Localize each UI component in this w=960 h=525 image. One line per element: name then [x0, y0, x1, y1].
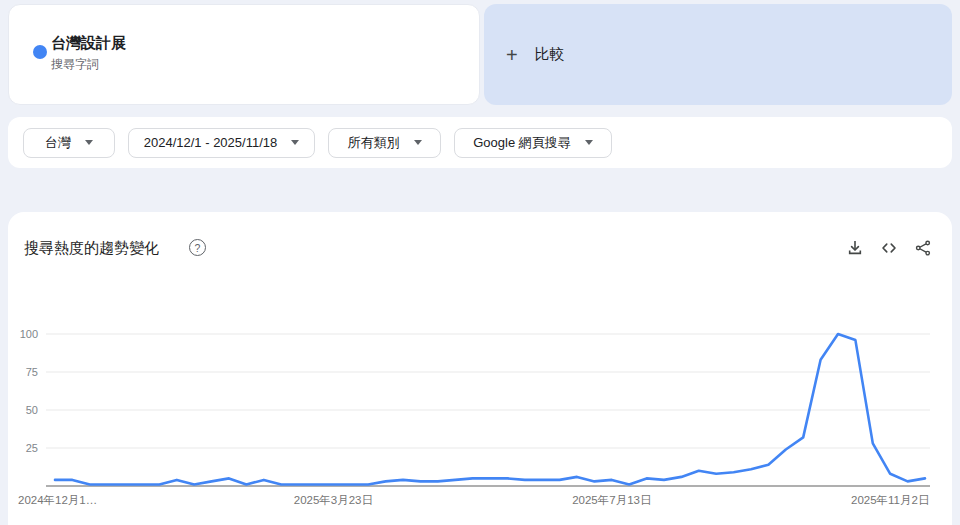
share-button[interactable] [911, 236, 935, 260]
chevron-down-icon [414, 140, 422, 145]
search-type-filter-dropdown[interactable]: Google 網頁搜尋 [454, 128, 612, 158]
chart-title: 搜尋熱度的趨勢變化 [24, 239, 159, 258]
plus-icon: + [506, 45, 518, 65]
help-icon[interactable]: ? [189, 239, 206, 256]
download-icon [845, 238, 865, 258]
add-comparison-button[interactable]: + 比較 [484, 4, 952, 105]
region-filter-label: 台灣 [45, 134, 71, 152]
category-filter-dropdown[interactable]: 所有類別 [328, 128, 441, 158]
search-term-card: 台灣設計展 搜尋字詞 [8, 4, 480, 105]
y-tick-label: 25 [26, 442, 38, 454]
filter-bar: 台灣 2024/12/1 - 2025/11/18 所有類別 Google 網頁… [8, 117, 952, 168]
x-tick-label: 2025年7月13日 [572, 494, 651, 506]
date-range-filter-dropdown[interactable]: 2024/12/1 - 2025/11/18 [128, 128, 315, 158]
y-tick-label: 50 [26, 404, 38, 416]
interest-over-time-chart: 2550751002024年12月1…2025年3月23日2025年7月13日2… [8, 312, 952, 520]
google-trends-page: 台灣設計展 搜尋字詞 + 比較 台灣 2024/12/1 - 2025/11/1… [0, 0, 960, 525]
term-text-block: 台灣設計展 搜尋字詞 [51, 33, 126, 72]
date-range-filter-label: 2024/12/1 - 2025/11/18 [144, 135, 278, 150]
term-type-label: 搜尋字詞 [51, 56, 126, 72]
embed-button[interactable] [877, 236, 901, 260]
y-tick-label: 100 [20, 328, 38, 340]
embed-code-icon [879, 238, 899, 258]
trend-line [55, 334, 925, 485]
chevron-down-icon [85, 140, 93, 145]
chevron-down-icon [585, 140, 593, 145]
y-tick-label: 75 [26, 366, 38, 378]
search-type-filter-label: Google 網頁搜尋 [473, 134, 571, 152]
category-filter-label: 所有類別 [348, 134, 400, 152]
region-filter-dropdown[interactable]: 台灣 [23, 128, 115, 158]
compare-label: 比較 [535, 45, 565, 64]
x-tick-label: 2025年11月2日 [851, 494, 929, 506]
series-color-dot-icon [33, 45, 47, 59]
x-tick-label: 2024年12月1… [18, 494, 97, 506]
download-button[interactable] [843, 236, 867, 260]
term-title: 台灣設計展 [51, 33, 126, 53]
x-tick-label: 2025年3月23日 [294, 494, 373, 506]
share-icon [913, 238, 933, 258]
chart-toolbar [843, 236, 935, 260]
interest-over-time-card: 搜尋熱度的趨勢變化 ? [8, 212, 952, 525]
chevron-down-icon [291, 140, 299, 145]
